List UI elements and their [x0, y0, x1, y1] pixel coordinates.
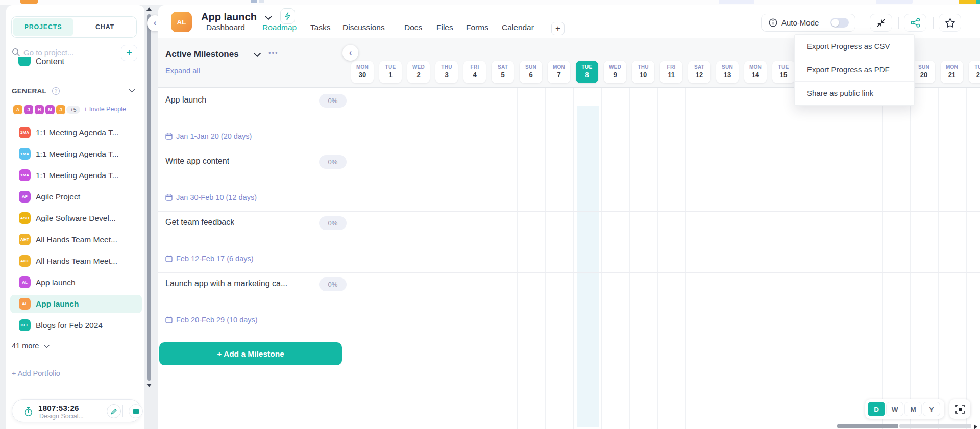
menu-item[interactable]: Share as public link: [795, 82, 914, 105]
info-icon[interactable]: [769, 18, 777, 27]
sidebar-project-item[interactable]: AL App launch: [10, 295, 142, 313]
day-header-cell[interactable]: SUN 6: [520, 61, 542, 83]
sidebar-scrollbar-thumb[interactable]: [147, 14, 151, 381]
day-header-cell[interactable]: WED 9: [604, 61, 626, 83]
panel-title[interactable]: Active Milestones: [165, 49, 239, 59]
add-tab-button[interactable]: +: [551, 22, 565, 35]
scroll-down-arrow[interactable]: [146, 384, 152, 387]
invite-people-link[interactable]: + Invite People: [84, 106, 126, 113]
sidebar-project-item[interactable]: BFF Blogs for Feb 2024: [10, 316, 142, 335]
day-of-week: FRI: [660, 64, 682, 70]
day-header-cell[interactable]: MON 7: [548, 61, 570, 83]
favorite-button[interactable]: [939, 14, 961, 32]
milestone-row[interactable]: Write app content 0% Jan 30-Feb 10 (12 d…: [158, 148, 349, 210]
edit-timer-button[interactable]: [107, 404, 121, 418]
sidebar-project-item[interactable]: ASD Agile Software Devel...: [10, 209, 142, 228]
menu-item[interactable]: Export Progress as CSV: [795, 35, 914, 58]
page-title[interactable]: App launch: [201, 11, 257, 23]
sidebar-item-content-clipped[interactable]: Content: [17, 57, 130, 70]
fullscreen-button[interactable]: [949, 399, 970, 419]
sidebar-project-item[interactable]: 1MA 1:1 Meeting Agenda T...: [10, 145, 142, 163]
grid-vline: [517, 88, 518, 429]
scroll-right-arrow[interactable]: [974, 424, 977, 429]
day-header-cell[interactable]: MON 14: [744, 61, 767, 83]
grid-vline: [629, 88, 630, 429]
collapse-view-button[interactable]: [870, 14, 892, 32]
milestone-row[interactable]: Get team feedback 0% Feb 12-Feb 17 (6 da…: [158, 210, 349, 271]
day-header-cell[interactable]: SUN 20: [913, 61, 935, 83]
divider: [933, 17, 934, 29]
avatar[interactable]: J: [23, 105, 34, 115]
sidebar-project-item[interactable]: AHT All Hands Team Meet...: [10, 231, 142, 249]
title-chevron-down-icon[interactable]: [265, 16, 272, 20]
day-header-cell[interactable]: MON 30: [351, 61, 374, 83]
general-section-header[interactable]: GENERAL ?: [6, 87, 144, 97]
tab-projects[interactable]: PROJECTS: [13, 18, 74, 36]
horizontal-scrollbar-track[interactable]: [899, 424, 971, 428]
day-of-week: TUE: [969, 64, 980, 70]
day-number: 10: [632, 71, 654, 79]
avatar[interactable]: H: [34, 105, 44, 115]
avatars-more-badge[interactable]: +5: [66, 106, 80, 114]
day-header-cell[interactable]: FRI 4: [463, 61, 486, 83]
menu-item[interactable]: Export Progress as PDF: [795, 58, 914, 82]
day-header-cell[interactable]: FRI 11: [660, 61, 682, 83]
sidebar-project-item[interactable]: 1MA 1:1 Meeting Agenda T...: [10, 123, 142, 142]
add-portfolio-link[interactable]: + Add Portfolio: [12, 369, 60, 377]
nav-tab[interactable]: Tasks: [310, 23, 331, 32]
day-header-cell[interactable]: THU 10: [632, 61, 654, 83]
day-header-cell[interactable]: SUN 13: [716, 61, 739, 83]
view-scale-button[interactable]: Y: [923, 402, 940, 416]
grid-hline: [158, 272, 980, 273]
day-of-week: TUE: [772, 64, 795, 70]
day-header-cell[interactable]: TUE 1: [379, 61, 402, 83]
milestone-row[interactable]: Launch app with a marketing ca... 0% Feb…: [158, 271, 349, 332]
nav-tab[interactable]: Roadmap: [262, 23, 297, 32]
view-scale-button[interactable]: D: [868, 402, 885, 416]
day-header-cell[interactable]: THU 3: [435, 61, 458, 83]
nav-tab[interactable]: Forms: [466, 23, 488, 32]
nav-tab[interactable]: Docs: [404, 23, 422, 32]
avatar[interactable]: J: [56, 105, 66, 115]
nav-tab[interactable]: Calendar: [502, 23, 534, 32]
chevron-down-icon[interactable]: [129, 89, 135, 93]
day-number: 14: [744, 71, 767, 79]
sidebar-project-item[interactable]: AHT All Hands Team Meet...: [10, 252, 142, 270]
view-scale-button[interactable]: M: [904, 402, 922, 416]
show-more-projects[interactable]: 41 more: [12, 342, 50, 350]
stop-timer-button[interactable]: [129, 404, 143, 418]
horizontal-scrollbar-thumb[interactable]: [837, 424, 898, 428]
top-chrome-fragment: [251, 0, 257, 3]
day-header-cell[interactable]: MON 21: [941, 61, 963, 83]
scroll-up-arrow[interactable]: [146, 7, 152, 11]
view-scale-button[interactable]: W: [886, 402, 903, 416]
milestone-row[interactable]: App launch 0% Jan 1-Jan 20 (20 days): [158, 87, 349, 148]
sidebar-project-item[interactable]: AL App launch: [10, 273, 142, 292]
day-header-cell[interactable]: WED 2: [407, 61, 430, 83]
sidebar-project-item[interactable]: AP Agile Project: [10, 188, 142, 206]
expand-all-link[interactable]: Expand all: [165, 67, 200, 75]
panel-chevron-down-icon[interactable]: [254, 53, 261, 57]
grid-vline: [826, 88, 826, 429]
sidebar-project-item[interactable]: 1MA 1:1 Meeting Agenda T...: [10, 166, 142, 185]
grid-hline: [158, 334, 980, 334]
add-milestone-button[interactable]: + Add a Milestone: [159, 342, 342, 365]
nav-tab[interactable]: Discussions: [342, 23, 385, 32]
automation-button[interactable]: [280, 8, 295, 24]
avatar[interactable]: M: [45, 105, 55, 115]
day-header-cell[interactable]: SAT 12: [688, 61, 710, 83]
nav-tab[interactable]: Files: [436, 23, 453, 32]
collapse-panel-button[interactable]: ‹: [342, 45, 358, 61]
day-header-cell[interactable]: TUE 15: [772, 61, 795, 83]
help-icon[interactable]: ?: [52, 87, 60, 95]
share-button[interactable]: [904, 14, 926, 32]
day-header-cell[interactable]: SAT 5: [492, 61, 514, 83]
day-header-cell[interactable]: TUE 8: [576, 61, 598, 83]
auto-mode-toggle[interactable]: [830, 18, 849, 28]
tab-chat[interactable]: CHAT: [74, 23, 136, 31]
day-number: 15: [772, 71, 795, 79]
avatar[interactable]: A: [13, 105, 23, 115]
nav-tab[interactable]: Dashboard: [206, 23, 245, 32]
panel-options-icon[interactable]: •••: [268, 49, 279, 57]
day-header-cell[interactable]: TUE 22: [969, 61, 980, 83]
